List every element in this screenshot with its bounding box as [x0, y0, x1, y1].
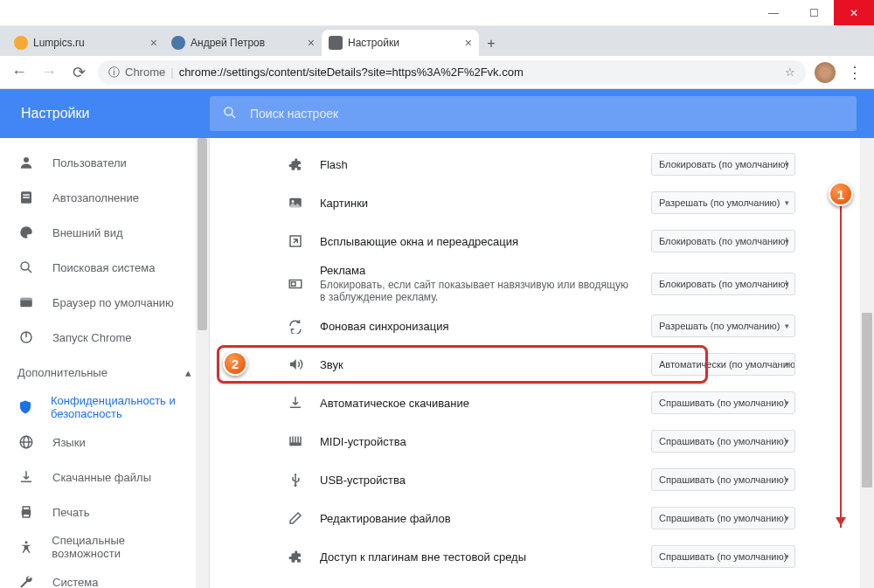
tab-0[interactable]: Lumpics.ru × [7, 30, 164, 56]
permission-select[interactable]: Спрашивать (по умолчанию) [651, 507, 795, 529]
tab-title-0: Lumpics.ru [33, 37, 145, 49]
scroll-arrow [840, 204, 842, 528]
permission-row-midi: MIDI-устройства Спрашивать (по умолчанию… [280, 422, 804, 460]
permission-row-puzzle: Доступ к плагинам вне тестовой среды Спр… [280, 537, 804, 576]
permission-label: USB-устройства [320, 474, 635, 487]
settings-sidebar: ПользователиАвтозаполнениеВнешний видПои… [0, 138, 210, 588]
sidebar-item-label: Поисковая система [52, 261, 156, 274]
sidebar-scrollbar[interactable] [196, 138, 209, 588]
tab-strip: Lumpics.ru × Андрей Петров × Настройки ×… [0, 26, 874, 56]
sidebar-item-wrench[interactable]: Система [0, 564, 209, 588]
sidebar-item-print[interactable]: Печать [0, 495, 209, 529]
permission-row-download: Автоматическое скачивание Спрашивать (по… [280, 384, 804, 422]
sidebar-item-label: Браузер по умолчанию [52, 296, 174, 309]
permission-label: Всплывающие окна и переадресация [320, 235, 635, 248]
settings-search[interactable]: Поиск настроек [210, 96, 857, 131]
download-icon [287, 395, 304, 411]
svg-rect-26 [294, 437, 295, 443]
midi-icon [287, 433, 304, 449]
permission-select[interactable]: Автоматически (по умолчанию) [651, 353, 795, 376]
sidebar-item-label: Пользователи [52, 156, 127, 169]
sidebar-item-label: Внешний вид [52, 226, 123, 239]
permission-label: Автоматическое скачивание [320, 397, 635, 410]
address-bar[interactable]: ⓘ Chrome | chrome://settings/content/sit… [98, 60, 806, 85]
permission-select[interactable]: Блокировать (по умолчанию) [651, 273, 795, 295]
autofill-icon [17, 189, 35, 206]
permission-select[interactable]: Спрашивать (по умолчанию) [651, 545, 795, 568]
sidebar-item-label: Запуск Chrome [52, 331, 132, 344]
back-button[interactable]: ← [9, 62, 30, 83]
tab-2[interactable]: Настройки × [322, 30, 479, 56]
new-tab-button[interactable]: + [479, 31, 503, 56]
page-scrollbar[interactable] [860, 138, 874, 588]
window-minimize[interactable]: — [753, 0, 794, 25]
sidebar-item-accessibility[interactable]: Специальные возможности [0, 529, 209, 564]
palette-icon [17, 224, 35, 241]
settings-header: Настройки Поиск настроек [0, 89, 874, 138]
sidebar-item-palette[interactable]: Внешний вид [0, 215, 209, 250]
permission-label: РекламаБлокировать, если сайт показывает… [320, 264, 635, 303]
reload-button[interactable]: ⟳ [68, 62, 89, 83]
tab-title-2: Настройки [348, 37, 460, 49]
permission-select[interactable]: Спрашивать (по умолчанию) [651, 430, 795, 453]
search-icon [17, 259, 35, 276]
svg-point-2 [24, 157, 29, 163]
sidebar-item-autofill[interactable]: Автозаполнение [0, 180, 209, 215]
permission-select[interactable]: Разрешать (по умолчанию) [651, 315, 795, 337]
permission-select[interactable]: Блокировать (по умолчанию) [651, 230, 795, 252]
url-scheme-label: Chrome [125, 66, 165, 79]
permission-select[interactable]: Спрашивать (по умолчанию) [651, 391, 795, 414]
callout-1: 1 [829, 182, 853, 206]
sidebar-item-label: Скачанные файлы [52, 471, 151, 484]
permission-row-puzzle: Flash Блокировать (по умолчанию) [280, 145, 804, 183]
forward-button[interactable]: → [38, 62, 59, 83]
popup-icon [287, 233, 304, 249]
permission-label: Flash [320, 158, 635, 171]
sidebar-item-label: Автозаполнение [52, 191, 139, 204]
sidebar-item-browser[interactable]: Браузер по умолчанию [0, 285, 209, 320]
tab-close-1[interactable]: × [308, 36, 315, 50]
permission-row-usb: USB-устройства Спрашивать (по умолчанию) [280, 460, 804, 499]
sidebar-item-person[interactable]: Пользователи [0, 145, 209, 180]
window-close[interactable]: ✕ [834, 0, 874, 25]
profile-avatar[interactable] [815, 62, 836, 83]
globe-icon [17, 433, 35, 451]
permission-select[interactable]: Разрешать (по умолчанию) [651, 191, 795, 214]
window-maximize[interactable]: ☐ [794, 0, 834, 25]
search-icon [222, 105, 238, 123]
permission-label: Редактирование файлов [320, 512, 635, 525]
puzzle-icon [287, 156, 304, 172]
svg-rect-17 [23, 514, 30, 517]
usb-icon [287, 472, 304, 488]
browser-toolbar: ← → ⟳ ⓘ Chrome | chrome://settings/conte… [0, 56, 874, 89]
permission-row-popup: Всплывающие окна и переадресация Блокиро… [280, 222, 804, 260]
sync-icon [287, 318, 304, 334]
image-icon [287, 195, 304, 211]
sidebar-item-power[interactable]: Запуск Chrome [0, 320, 209, 355]
sidebar-item-search[interactable]: Поисковая система [0, 250, 209, 285]
tab-close-0[interactable]: × [150, 36, 157, 50]
star-icon[interactable]: ☆ [785, 66, 795, 79]
permission-select[interactable]: Блокировать (по умолчанию) [651, 153, 795, 176]
svg-point-0 [225, 107, 232, 115]
permission-sublabel: Блокировать, если сайт показывает навязч… [320, 279, 635, 303]
edit-icon [287, 510, 304, 526]
tab-1[interactable]: Андрей Петров × [164, 30, 322, 56]
svg-rect-9 [20, 298, 32, 301]
permission-label: Картинки [320, 197, 635, 210]
permission-select[interactable]: Спрашивать (по умолчанию) [651, 468, 795, 491]
svg-rect-23 [292, 281, 296, 286]
sidebar-item-download[interactable]: Скачанные файлы [0, 460, 209, 495]
search-placeholder: Поиск настроек [250, 107, 338, 121]
window-titlebar: — ☐ ✕ [0, 0, 874, 26]
sound-icon [287, 356, 304, 372]
sidebar-item-shield[interactable]: Конфиденциальность и безопасность [0, 390, 209, 425]
svg-rect-5 [23, 197, 30, 198]
menu-button[interactable]: ⋮ [844, 62, 865, 83]
sidebar-item-label: Языки [52, 436, 86, 449]
permission-row-edit: Редактирование файлов Спрашивать (по умо… [280, 499, 804, 537]
sidebar-section-advanced[interactable]: Дополнительные▴ [0, 355, 209, 390]
permission-label: Звук [320, 358, 635, 371]
tab-close-2[interactable]: × [465, 36, 472, 50]
sidebar-item-globe[interactable]: Языки [0, 425, 209, 460]
